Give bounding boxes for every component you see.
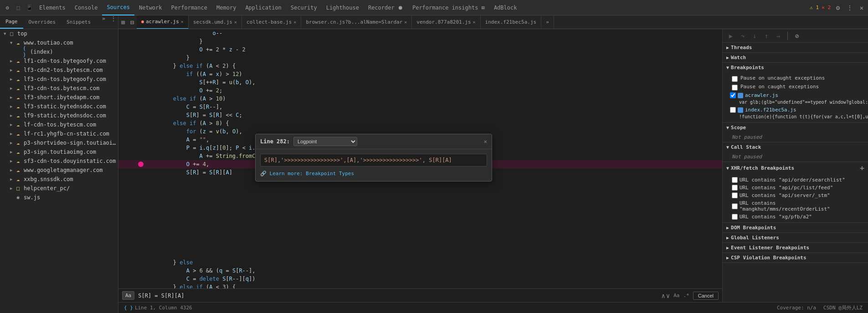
breakpoint-marker[interactable] [137,160,145,168]
format-icon[interactable]: { } [124,305,133,311]
tree-item-xxbg[interactable]: ▶ ☁ xxbg.snssdk.com [0,175,118,184]
more-tabs-btn[interactable]: » [541,15,554,29]
acrawler-filename[interactable]: acrawler.js [745,92,778,98]
xhr-checkbox-2[interactable] [732,192,738,198]
xhr-item-4[interactable]: URL contains "xg/pfb/a2" [723,213,868,221]
tree-item-sf3[interactable]: ▶ ☁ sf3-cdn-tos.douyinstatic.com [0,156,118,166]
tree-item-swjs[interactable]: ✱ sw.js [0,193,118,202]
tree-item-lf-rc1[interactable]: ▶ ☁ lf-rc1.yhgfb-cn-static.com [0,129,118,138]
tree-item-p3-short[interactable]: ▶ ☁ p3-shortvideo-sign.toutiaoimg.com [0,138,118,147]
section-header-global[interactable]: ▶ Global Listeners [723,233,868,242]
tab-performance[interactable]: Performance [167,0,212,15]
tree-item-index[interactable]: ( ) (index) [0,47,118,56]
tab-lighthouse[interactable]: Lighthouse [322,0,364,15]
more-options-icon[interactable]: ⋮ [845,3,854,12]
close-tab-icon[interactable]: ✕ [181,19,184,24]
regex-toggle[interactable]: Aa [122,291,134,300]
popup-close-icon[interactable]: ✕ [484,138,487,145]
close-tab-icon[interactable]: ✕ [293,20,296,25]
step-out-icon[interactable]: ↑ [762,31,771,40]
tree-item-lf3-short[interactable]: ▶ ☁ lf3-short.ibytedapm.com [0,93,118,102]
tree-item-lf3-cdn-tos2[interactable]: ▶ ☁ lf3-cdn-tos.bytescm.com [0,84,118,93]
tree-item-lf3-cdn-tos[interactable]: ▶ ☁ lf3-cdn-tos.bytegoofy.com [0,75,118,84]
section-header-event-listener[interactable]: ▶ Event Listener Breakpoints [723,243,868,252]
tree-item-toutiao[interactable]: ▼ ☁ www.toutiao.com [0,38,118,47]
sidebar-more-icon[interactable]: » [98,15,109,29]
section-header-watch[interactable]: ▶ Watch [723,53,868,62]
tab-application[interactable]: Application [241,0,286,15]
tree-item-lf-cdn[interactable]: ▶ ☁ lf-cdn-tos.bytescm.com [0,120,118,129]
step-into-icon[interactable]: ↓ [750,31,759,40]
tab-recorder[interactable]: Recorder ⏺ [364,0,408,15]
sidebar-tab-overrides[interactable]: Overrides [23,15,62,29]
tree-item-lf9-static[interactable]: ▶ ☁ lf9-static.bytednsdoc.com [0,111,118,120]
close-tab-icon[interactable]: ✕ [473,20,476,25]
acrawler-bp-item[interactable]: acrawler.js var glb;(glb="undefined"==ty… [723,91,868,106]
file-tab-secsdk[interactable]: secsdk.umd.js ✕ [189,15,242,29]
indexf21-bp-item[interactable]: index.f21bec5a.js !function(e){function … [723,106,868,121]
xhr-checkbox-4[interactable] [732,214,738,220]
tab-network[interactable]: Network [134,0,167,15]
devtools-icon[interactable]: ⚙ [3,3,12,12]
add-xhr-breakpoint-icon[interactable]: + [860,164,864,172]
file-tab-collect[interactable]: collect-base.js ✕ [242,15,301,29]
section-header-xhr[interactable]: ▼ XHR/fetch Breakpoints + [723,162,868,174]
code-view[interactable]: o-- } O += 2 * z - 2 [118,29,722,288]
settings-icon[interactable]: ⚙ [833,3,842,12]
sidebar-tab-snippets[interactable]: Snippets [61,15,96,29]
tab-sources[interactable]: Sources [102,0,134,15]
tree-item-lf1[interactable]: ▶ ☁ lf1-cdn-tos.bytegoofy.com [0,56,118,66]
acrawler-bp-checkbox[interactable] [730,92,736,98]
indexf21-bp-checkbox[interactable] [730,107,736,113]
inspect-icon[interactable]: ⬚ [14,3,23,12]
section-header-dom[interactable]: ▶ DOM Breakpoints [723,223,868,232]
next-match-icon[interactable]: ∨ [666,292,670,299]
close-devtools-icon[interactable]: ✕ [857,3,866,12]
close-tab-icon[interactable]: ✕ [234,20,237,25]
split-horiz-icon[interactable]: ⊟ [128,18,137,27]
tab-memory[interactable]: Memory [212,0,241,15]
sidebar-menu-icon[interactable]: ⋮ [109,15,118,29]
learn-more-link[interactable]: 🔗 Learn more: Breakpoint Types [260,171,354,177]
deactivate-breakpoints-icon[interactable]: ⊘ [792,31,801,40]
xhr-item-3[interactable]: URL contains "mangkhut/mms/recentOrderLi… [723,199,868,213]
tree-item-helpcenter[interactable]: ▶ □ helpcenter_pc/ [0,184,118,193]
pause-caught-checkbox[interactable] [732,85,738,91]
cancel-button[interactable]: Cancel [693,292,719,300]
file-tab-indexf21[interactable]: index.f21bec5a.js [481,15,542,29]
xhr-item-2[interactable]: URL contains "api/server/_stm" [723,192,868,199]
xhr-checkbox-0[interactable] [732,177,738,183]
breakpoint-type-select[interactable]: Logpoint Breakpoint Conditional breakpoi… [293,137,357,146]
xhr-item-0[interactable]: URL contains "api/order/searchlist" [723,176,868,184]
tab-elements[interactable]: Elements [35,0,70,15]
section-header-scope[interactable]: ▼ Scope [723,123,868,132]
search-input[interactable] [138,293,657,299]
tree-item-googletagmanager[interactable]: ▶ ☁ www.googletagmanager.com [0,166,118,175]
pause-uncaught-item[interactable]: Pause on uncaught exceptions [723,74,868,83]
device-icon[interactable]: 📱 [25,3,34,12]
indexf21-filename[interactable]: index.f21bec5a.js [745,107,796,113]
pause-uncaught-checkbox[interactable] [732,76,738,82]
xhr-checkbox-1[interactable] [732,185,738,191]
prev-match-icon[interactable]: ∧ [661,292,665,299]
section-header-breakpoints[interactable]: ▼ Breakpoints [723,63,868,72]
close-tab-icon[interactable]: ✕ [404,20,407,25]
section-header-callstack[interactable]: ▼ Call Stack [723,142,868,152]
tab-console[interactable]: Console [70,0,103,15]
tree-item-lf3-cdn2[interactable]: ▶ ☁ lf3-cdn2-tos.bytescm.com [0,66,118,75]
tab-adblock[interactable]: AdBlock [489,0,522,15]
tab-security[interactable]: Security [286,0,322,15]
file-tab-vendor[interactable]: vendor.877a8201.js ✕ [412,15,480,29]
xhr-item-1[interactable]: URL contains "api/pc/list/feed" [723,184,868,192]
resume-icon[interactable]: ▶ [726,31,735,40]
file-tab-acrawler[interactable]: acrawler.js ✕ [137,15,189,29]
tree-item-lf3-static[interactable]: ▶ ☁ lf3-static.bytednsdoc.com [0,102,118,111]
pause-caught-item[interactable]: Pause on caught exceptions [723,83,868,91]
tree-item-top[interactable]: ▼ □ top [0,29,118,38]
tree-item-p3-sign[interactable]: ▶ ☁ p3-sign.toutiaoimg.com [0,147,118,156]
file-tab-browser[interactable]: browser.cn.js?b...alName=Slardar ✕ [301,15,412,29]
xhr-checkbox-3[interactable] [732,203,738,209]
split-editor-icon[interactable]: ⊞ [118,18,128,27]
step-over-icon[interactable]: ↷ [738,31,747,40]
sidebar-tab-page[interactable]: Page [0,15,23,29]
